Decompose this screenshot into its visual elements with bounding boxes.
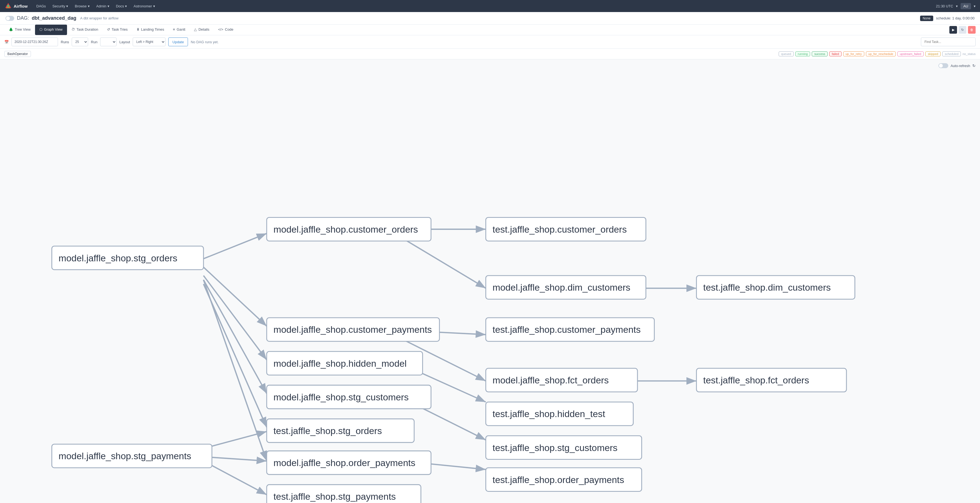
- svg-text:test.jaffle_shop.stg_customers: test.jaffle_shop.stg_customers: [492, 443, 617, 453]
- details-icon: △: [194, 27, 197, 32]
- dag-label: DAG:: [17, 15, 29, 21]
- brand[interactable]: Airflow: [5, 2, 28, 10]
- status-skipped: skipped: [925, 51, 940, 56]
- node-stg-customers[interactable]: model.jaffle_shop.stg_customers: [267, 385, 431, 409]
- play-button[interactable]: ▶: [949, 26, 957, 33]
- node-stg-orders[interactable]: model.jaffle_shop.stg_orders: [52, 246, 203, 269]
- node-test-fct-orders[interactable]: test.jaffle_shop.fct_orders: [697, 368, 846, 392]
- edge-stg-payments-stg-orders-test: [204, 431, 267, 449]
- landing-icon: ⬇: [137, 27, 140, 32]
- node-order-payments[interactable]: model.jaffle_shop.order_payments: [267, 451, 431, 474]
- nav-astronomer[interactable]: Astronomer ▾: [130, 0, 158, 12]
- node-customer-orders[interactable]: model.jaffle_shop.customer_orders: [267, 217, 431, 241]
- svg-text:model.jaffle_shop.dim_customer: model.jaffle_shop.dim_customers: [492, 282, 630, 293]
- nav-security[interactable]: Security ▾: [49, 0, 72, 12]
- tree-icon: 🌲: [9, 27, 13, 32]
- controls-bar: 📅 2020-12-22T21:30:26Z Runs 25 Run Layou…: [0, 35, 980, 49]
- dag-header-right: None schedule: 1 day, 0:00:00: [920, 16, 975, 21]
- auto-refresh-label: Auto-refresh: [950, 64, 970, 68]
- svg-text:test.jaffle_shop.stg_orders: test.jaffle_shop.stg_orders: [273, 425, 382, 436]
- nav-browse[interactable]: Browse ▾: [72, 0, 93, 12]
- node-hidden-test[interactable]: test.jaffle_shop.hidden_test: [486, 402, 633, 425]
- run-select[interactable]: [100, 38, 116, 46]
- node-test-customer-orders[interactable]: test.jaffle_shop.customer_orders: [486, 217, 646, 241]
- node-test-stg-customers[interactable]: test.jaffle_shop.stg_customers: [486, 436, 642, 459]
- user-menu-button[interactable]: AU: [961, 3, 971, 9]
- no-runs-text: No DAG runs yet.: [191, 40, 219, 44]
- svg-text:test.jaffle_shop.stg_payments: test.jaffle_shop.stg_payments: [273, 491, 396, 501]
- status-failed: failed: [829, 51, 841, 56]
- tab-graph-view[interactable]: ⬡ Graph View: [35, 25, 67, 35]
- operator-status-bar: BashOperator queued running success fail…: [0, 49, 980, 59]
- update-button[interactable]: Update: [168, 38, 188, 46]
- nav-dags[interactable]: DAGs: [33, 0, 49, 12]
- node-test-order-payments[interactable]: test.jaffle_shop.order_payments: [486, 468, 642, 491]
- dag-toggle[interactable]: [5, 16, 14, 21]
- tab-landing-times[interactable]: ⬇ Landing Times: [132, 25, 169, 35]
- timezone-display[interactable]: 21:30 UTC: [936, 4, 953, 8]
- status-up-retry: up_for_retry: [843, 51, 864, 56]
- operator-badge: BashOperator: [5, 51, 31, 57]
- node-test-customer-payments[interactable]: test.jaffle_shop.customer_payments: [486, 318, 654, 341]
- airflow-logo-icon: [5, 2, 12, 10]
- chevron-down-icon: ▾: [66, 4, 68, 8]
- dag-graph: model.jaffle_shop.stg_orders model.jaffl…: [0, 59, 980, 503]
- node-test-dim-customers[interactable]: test.jaffle_shop.dim_customers: [697, 275, 855, 299]
- dag-description: A dbt wrapper for airflow: [80, 16, 118, 20]
- delete-button[interactable]: 🗑: [968, 26, 975, 33]
- node-test-stg-orders[interactable]: test.jaffle_shop.stg_orders: [267, 419, 414, 443]
- svg-text:test.jaffle_shop.fct_orders: test.jaffle_shop.fct_orders: [703, 375, 809, 385]
- auto-refresh-bar: Auto-refresh ↻: [939, 63, 975, 68]
- node-hidden-model[interactable]: model.jaffle_shop.hidden_model: [267, 352, 423, 375]
- runs-select[interactable]: 25: [72, 38, 88, 46]
- nav-admin[interactable]: Admin ▾: [93, 0, 113, 12]
- svg-text:test.jaffle_shop.customer_orde: test.jaffle_shop.customer_orders: [492, 224, 627, 234]
- svg-text:model.jaffle_shop.stg_orders: model.jaffle_shop.stg_orders: [59, 253, 177, 263]
- chevron-down-icon: ▾: [108, 4, 110, 8]
- tabs-bar: 🌲 Tree View ⬡ Graph View ⏱ Task Duration…: [0, 25, 980, 35]
- gantt-icon: ≡: [173, 27, 175, 32]
- status-success: success: [812, 51, 827, 56]
- status-running: running: [795, 51, 810, 56]
- dag-title: dbt_advanced_dag: [32, 15, 76, 21]
- chevron-down-icon: ▾: [88, 4, 90, 8]
- edge-customer-orders-dim: [402, 237, 486, 288]
- svg-text:model.jaffle_shop.fct_orders: model.jaffle_shop.fct_orders: [492, 375, 609, 385]
- svg-text:test.jaffle_shop.customer_paym: test.jaffle_shop.customer_payments: [492, 324, 641, 335]
- tab-task-duration[interactable]: ⏱ Task Duration: [67, 25, 103, 35]
- status-badges: queued running success failed up_for_ret…: [779, 51, 975, 56]
- tab-tree-view[interactable]: 🌲 Tree View: [5, 25, 35, 35]
- layout-label: Layout: [119, 40, 130, 44]
- tab-details[interactable]: △ Details: [189, 25, 214, 35]
- node-customer-payments[interactable]: model.jaffle_shop.customer_payments: [267, 318, 439, 341]
- status-no-status: no_status: [963, 52, 975, 56]
- graph-area: Auto-refresh ↻: [0, 59, 980, 503]
- code-icon: </>: [218, 27, 223, 32]
- nav-docs[interactable]: Docs ▾: [113, 0, 130, 12]
- node-test-stg-payments[interactable]: test.jaffle_shop.stg_payments: [267, 485, 421, 503]
- edge-stg-payments-stg-payments-test: [204, 461, 267, 495]
- tab-gantt[interactable]: ≡ Gantt: [169, 25, 189, 35]
- find-task-input[interactable]: [921, 38, 975, 46]
- auto-refresh-toggle[interactable]: [939, 63, 948, 68]
- layout-select[interactable]: Left > Right Top > Bottom: [133, 38, 165, 46]
- svg-text:model.jaffle_shop.stg_customer: model.jaffle_shop.stg_customers: [273, 392, 409, 402]
- node-stg-payments[interactable]: model.jaffle_shop.stg_payments: [52, 444, 212, 468]
- calendar-icon: 📅: [5, 40, 9, 44]
- node-fct-orders[interactable]: model.jaffle_shop.fct_orders: [486, 368, 638, 392]
- tab-code[interactable]: </> Code: [214, 25, 238, 35]
- schedule-none-badge: None: [920, 16, 934, 21]
- date-input[interactable]: 2020-12-22T21:30:26Z: [11, 38, 58, 46]
- chevron-down-icon: ▾: [956, 4, 958, 8]
- svg-text:test.jaffle_shop.hidden_test: test.jaffle_shop.hidden_test: [492, 409, 605, 419]
- svg-point-2: [7, 5, 9, 7]
- chevron-down-icon: ▾: [153, 4, 155, 8]
- graph-refresh-button[interactable]: ↻: [972, 64, 975, 68]
- status-queued: queued: [779, 51, 794, 56]
- refresh-button[interactable]: ↻: [959, 26, 966, 33]
- edge-stg-orders-customer-orders: [204, 234, 267, 259]
- tab-task-tries[interactable]: ↺ Task Tries: [103, 25, 132, 35]
- node-dim-customers[interactable]: model.jaffle_shop.dim_customers: [486, 275, 646, 299]
- svg-text:model.jaffle_shop.stg_payments: model.jaffle_shop.stg_payments: [59, 451, 191, 461]
- svg-text:model.jaffle_shop.hidden_model: model.jaffle_shop.hidden_model: [273, 358, 407, 369]
